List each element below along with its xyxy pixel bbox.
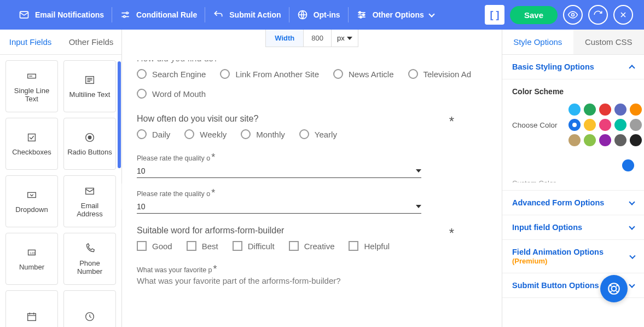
conditional-rule-menu[interactable]: Conditional Rule	[112, 0, 205, 30]
radio-icon	[84, 131, 96, 144]
tab-custom-css[interactable]: Custom CSS	[573, 30, 645, 54]
rating-select-2[interactable]: 10	[137, 200, 421, 214]
conditional-rule-label: Conditional Rule	[136, 10, 197, 19]
radio-option[interactable]: News Article	[333, 69, 394, 79]
section-advanced-form[interactable]: Advanced Form Options	[502, 191, 644, 215]
radio-icon	[220, 69, 230, 79]
email-icon	[84, 185, 96, 197]
svg-point-1	[126, 12, 128, 14]
email-notifications-label: Email Notifications	[35, 10, 104, 19]
svg-point-6	[359, 16, 361, 18]
checkbox-option[interactable]: Difficult	[233, 241, 275, 251]
required-star: *	[449, 226, 454, 241]
form-canvas-area: Width 800 px How did you find us? Search…	[122, 30, 502, 327]
color-swatch[interactable]	[599, 119, 611, 131]
radio-option[interactable]: Search Engine	[137, 69, 206, 79]
section-input-field[interactable]: Input field Options	[502, 215, 644, 240]
rating-label-1: Please rate the quality o*	[137, 154, 421, 162]
form-canvas[interactable]: How did you find us? Search Engine Link …	[137, 60, 487, 327]
radio-option[interactable]: Monthly	[241, 129, 285, 139]
section-basic-styling[interactable]: Basic Styling Options	[502, 55, 644, 79]
return-icon	[213, 9, 224, 20]
color-swatch[interactable]	[568, 134, 581, 146]
radio-option[interactable]: Daily	[137, 129, 170, 139]
calendar-icon	[26, 311, 38, 323]
field-number[interactable]: 123Number	[5, 233, 58, 285]
refresh-button[interactable]	[588, 5, 608, 25]
field-date[interactable]	[5, 290, 58, 327]
color-swatch[interactable]	[614, 119, 626, 131]
field-email[interactable]: Email Address	[63, 175, 116, 227]
code-brackets-button[interactable]: [ ]	[485, 5, 504, 25]
email-notifications-menu[interactable]: Email Notifications	[11, 0, 112, 30]
other-options-menu[interactable]: Other Options	[349, 0, 442, 30]
color-swatch[interactable]	[630, 134, 642, 146]
checkbox-icon	[26, 131, 38, 144]
svg-point-7	[572, 14, 575, 16]
radio-option[interactable]: Television Ad	[408, 69, 472, 79]
color-swatch[interactable]	[568, 119, 581, 131]
svg-rect-10	[28, 134, 36, 141]
field-radio[interactable]: Radio Buttons	[63, 118, 116, 170]
extra-color-swatch[interactable]	[622, 159, 634, 171]
field-phone[interactable]: Phone Number	[63, 233, 116, 285]
svg-rect-14	[86, 188, 94, 194]
color-swatch[interactable]	[584, 134, 596, 146]
section-field-animation[interactable]: Field Animation Options (Premium)	[502, 240, 644, 273]
radio-option[interactable]: Yearly	[299, 129, 337, 139]
question-suitable-word: Suitable word for arforms-form-builder	[137, 226, 487, 236]
close-icon	[619, 10, 628, 19]
field-time[interactable]	[63, 290, 116, 327]
chevron-down-icon	[629, 223, 635, 230]
radio-option[interactable]: Weekly	[184, 129, 227, 139]
submit-action-menu[interactable]: Submit Action	[205, 0, 288, 30]
close-button[interactable]	[613, 5, 633, 25]
color-swatch[interactable]	[630, 119, 642, 131]
text-line-icon	[26, 70, 38, 82]
color-swatch[interactable]	[599, 134, 611, 146]
color-swatch[interactable]	[584, 119, 596, 131]
field-dropdown[interactable]: Dropdown	[5, 175, 58, 227]
tab-other-fields[interactable]: Other Fields	[61, 30, 121, 54]
checkbox-icon	[233, 241, 242, 251]
field-multiline[interactable]: Multiline Text	[63, 60, 116, 112]
rating-select-1[interactable]: 10	[137, 164, 421, 178]
favorite-part-input[interactable]: What was your favorite part of the arfor…	[137, 276, 421, 285]
radio-option[interactable]: Link From Another Site	[220, 69, 319, 79]
width-control: Width 800 px	[265, 30, 358, 47]
checkbox-option[interactable]: Creative	[289, 241, 335, 251]
width-unit[interactable]: px	[332, 30, 358, 47]
save-button[interactable]: Save	[510, 6, 558, 24]
svg-point-12	[88, 136, 91, 139]
color-swatch[interactable]	[630, 104, 642, 116]
help-float-button[interactable]	[600, 275, 628, 302]
color-swatch[interactable]	[599, 104, 611, 116]
radio-icon	[137, 69, 147, 79]
color-swatch[interactable]	[584, 104, 596, 116]
other-options-label: Other Options	[373, 10, 424, 19]
color-swatch[interactable]	[568, 104, 581, 116]
field-checkboxes[interactable]: Checkboxes	[5, 118, 58, 170]
color-scheme-heading: Color Scheme	[512, 87, 634, 96]
width-label[interactable]: Width	[266, 30, 304, 47]
choose-color-label: Choose Color	[512, 121, 558, 129]
radio-icon	[241, 129, 251, 139]
checkbox-option[interactable]: Good	[137, 241, 172, 251]
scrollbar-thumb[interactable]	[118, 61, 121, 168]
tab-input-fields[interactable]: Input Fields	[0, 30, 61, 54]
preview-button[interactable]	[563, 5, 583, 25]
checkbox-option[interactable]: Helpful	[349, 241, 390, 251]
eye-icon	[567, 9, 578, 20]
chevron-down-icon	[629, 282, 635, 288]
svg-rect-13	[28, 192, 36, 197]
sliders-icon	[120, 9, 131, 20]
optins-menu[interactable]: Opt-ins	[289, 0, 348, 30]
checkbox-option[interactable]: Best	[187, 241, 218, 251]
tab-style-options[interactable]: Style Options	[502, 30, 573, 54]
phone-icon	[84, 243, 96, 255]
field-single-line[interactable]: Single Line Text	[5, 60, 58, 112]
color-swatch[interactable]	[614, 134, 626, 146]
width-value[interactable]: 800	[304, 30, 332, 47]
radio-option[interactable]: Word of Mouth	[137, 89, 206, 99]
color-swatch[interactable]	[614, 104, 626, 116]
